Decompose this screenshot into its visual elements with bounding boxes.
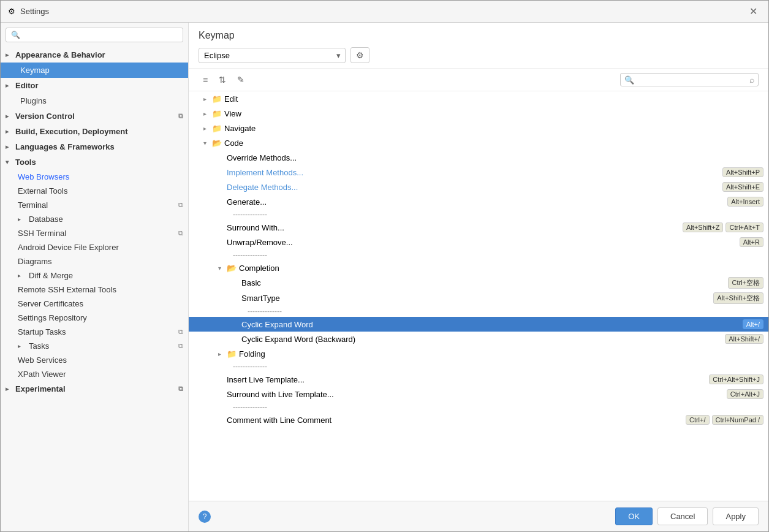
chevron-down-icon: ▾ xyxy=(203,140,212,146)
ok-button[interactable]: OK xyxy=(615,507,653,525)
sidebar-item-server-certs[interactable]: Server Certificates xyxy=(1,297,188,311)
sidebar-item-remote-ssh[interactable]: Remote SSH External Tools xyxy=(1,283,188,297)
keymap-tree: ▸ 📁 Edit ▸ 📁 View ▸ 📁 Navigate xyxy=(189,91,768,501)
tree-row-navigate[interactable]: ▸ 📁 Navigate xyxy=(189,121,768,135)
scheme-select[interactable]: Eclipse Default Mac OS X Emacs xyxy=(199,48,346,63)
copy-icon: ⧉ xyxy=(178,342,183,350)
tree-separator: -------------- xyxy=(189,306,768,317)
apply-button[interactable]: Apply xyxy=(713,507,759,525)
tree-item-label: Completion xyxy=(239,264,763,273)
help-label: ? xyxy=(203,512,207,521)
sidebar-item-android[interactable]: Android Device File Explorer xyxy=(1,240,188,254)
tree-row-unwrap[interactable]: Unwrap/Remove... Alt+R xyxy=(189,235,768,249)
tree-row-override-methods[interactable]: Override Methods... xyxy=(189,150,768,165)
tree-row-view[interactable]: ▸ 📁 View xyxy=(189,106,768,121)
tree-search-box[interactable]: 🔍 ⌕ xyxy=(620,73,759,86)
sidebar-item-experimental[interactable]: ▸ Experimental ⧉ xyxy=(1,381,188,397)
tree-item-label: Delegate Methods... xyxy=(227,183,722,192)
tree-row-insert-live-template[interactable]: Insert Live Template... Ctrl+Alt+Shift+J xyxy=(189,372,768,387)
sidebar-item-languages[interactable]: ▸ Languages & Frameworks xyxy=(1,139,188,154)
sidebar-item-label: Plugins xyxy=(20,96,47,105)
tree-row-cyclic-expand-backward[interactable]: Cyclic Expand Word (Backward) Alt+Shift+… xyxy=(189,332,768,346)
chevron-right-icon: ▸ xyxy=(6,386,13,392)
search-icon: 🔍 xyxy=(11,31,20,39)
tree-row-basic[interactable]: Basic Ctrl+空格 xyxy=(189,275,768,291)
tree-row-folding[interactable]: ▸ 📁 Folding xyxy=(189,346,768,361)
sidebar-item-label: Diagrams xyxy=(18,257,52,266)
chevron-down-icon: ▸ xyxy=(6,51,13,58)
shortcuts: Alt+R xyxy=(740,237,763,247)
sidebar-item-version-control[interactable]: ▸ Version Control ⧉ xyxy=(1,108,188,124)
keymap-controls: Eclipse Default Mac OS X Emacs ⚙ xyxy=(199,47,759,63)
shortcut-badge: Alt+Shift+空格 xyxy=(713,292,763,304)
sidebar-item-external-tools[interactable]: External Tools xyxy=(1,184,188,198)
close-button[interactable]: ✕ xyxy=(746,4,761,18)
sidebar-item-diff-merge[interactable]: ▸ Diff & Merge xyxy=(1,268,188,283)
titlebar: ⚙ Settings ✕ xyxy=(1,1,768,23)
folder-icon: 📂 xyxy=(227,264,237,273)
shortcut-badge: Alt+/ xyxy=(743,319,763,329)
shortcuts: Ctrl+空格 xyxy=(728,277,763,289)
sidebar-item-label: SSH Terminal xyxy=(18,229,66,238)
right-panel: Keymap Eclipse Default Mac OS X Emacs ⚙ xyxy=(189,23,768,531)
chevron-right-icon: ▸ xyxy=(203,125,212,132)
sidebar-item-keymap[interactable]: Keymap xyxy=(1,63,188,78)
tree-separator: -------------- xyxy=(189,209,768,220)
sidebar-item-plugins[interactable]: Plugins xyxy=(1,93,188,108)
edit-shortcuts-button[interactable]: ✎ xyxy=(233,72,249,87)
collapse-all-button[interactable]: ≡ xyxy=(199,72,212,87)
help-button[interactable]: ? xyxy=(199,511,211,523)
scheme-select-wrapper[interactable]: Eclipse Default Mac OS X Emacs xyxy=(199,48,346,63)
tree-row-delegate-methods[interactable]: Delegate Methods... Alt+Shift+E xyxy=(189,180,768,194)
tree-row-code[interactable]: ▾ 📂 Code xyxy=(189,135,768,150)
copy-icon: ⧉ xyxy=(178,201,183,209)
tree-row-implement-methods[interactable]: Implement Methods... Alt+Shift+P xyxy=(189,165,768,180)
find-usages-icon: ⌕ xyxy=(749,75,754,85)
chevron-right-icon: ▸ xyxy=(218,351,227,357)
sidebar-item-diagrams[interactable]: Diagrams xyxy=(1,254,188,268)
tree-row-smarttype[interactable]: SmartType Alt+Shift+空格 xyxy=(189,291,768,306)
chevron-right-icon: ▸ xyxy=(18,272,25,279)
tree-row-surround-live-template[interactable]: Surround with Live Template... Ctrl+Alt+… xyxy=(189,387,768,401)
sidebar-item-tasks[interactable]: ▸ Tasks ⧉ xyxy=(1,339,188,353)
sidebar-item-web-browsers[interactable]: Web Browsers xyxy=(1,170,188,184)
sidebar-item-label: Server Certificates xyxy=(18,299,83,308)
sidebar-item-label: Editor xyxy=(15,81,39,90)
copy-icon: ⧉ xyxy=(178,328,183,336)
tree-row-cyclic-expand[interactable]: Cyclic Expand Word Alt+/ xyxy=(189,317,768,332)
sidebar-item-editor[interactable]: ▸ Editor xyxy=(1,78,188,93)
sidebar-item-appearance[interactable]: ▸ Appearance & Behavior xyxy=(1,47,188,63)
sidebar-item-label: Terminal xyxy=(18,200,48,210)
tree-item-label: Insert Live Template... xyxy=(227,375,709,384)
sidebar-item-terminal[interactable]: Terminal ⧉ xyxy=(1,198,188,212)
sidebar-item-settings-repo[interactable]: Settings Repository xyxy=(1,311,188,325)
cancel-button[interactable]: Cancel xyxy=(657,507,708,525)
sidebar-search-box[interactable]: 🔍 xyxy=(6,28,183,42)
sidebar-item-label: Keymap xyxy=(20,66,50,75)
sidebar-item-label: External Tools xyxy=(18,186,67,196)
expand-all-button[interactable]: ⇅ xyxy=(214,72,230,87)
sidebar-item-build[interactable]: ▸ Build, Execution, Deployment xyxy=(1,124,188,139)
tree-row-generate[interactable]: Generate... Alt+Insert xyxy=(189,194,768,209)
tree-row-surround-with[interactable]: Surround With... Alt+Shift+Z Ctrl+Alt+T xyxy=(189,220,768,235)
sidebar-item-startup-tasks[interactable]: Startup Tasks ⧉ xyxy=(1,325,188,339)
sidebar-item-database[interactable]: ▸ Database xyxy=(1,212,188,226)
sidebar-item-tools[interactable]: ▾ Tools xyxy=(1,154,188,170)
settings-window: ⚙ Settings ✕ 🔍 ▸ Appearance & Behavior K… xyxy=(0,0,769,532)
sidebar-item-xpath-viewer[interactable]: XPath Viewer xyxy=(1,367,188,381)
tree-item-label: Generate... xyxy=(227,197,727,207)
tree-item-label: Code xyxy=(224,139,763,148)
sidebar-item-label: Appearance & Behavior xyxy=(15,50,105,59)
tree-search-input[interactable] xyxy=(637,75,747,84)
shortcut-badge: Alt+Shift+P xyxy=(722,167,763,177)
tree-row-comment-line[interactable]: Comment with Line Comment Ctrl+/ Ctrl+Nu… xyxy=(189,412,768,427)
sidebar-item-label: Tasks xyxy=(29,341,49,351)
tree-row-edit[interactable]: ▸ 📁 Edit xyxy=(189,91,768,106)
shortcuts: Alt+Shift+Z Ctrl+Alt+T xyxy=(683,222,763,232)
tree-row-completion[interactable]: ▾ 📂 Completion xyxy=(189,260,768,275)
sidebar-item-ssh-terminal[interactable]: SSH Terminal ⧉ xyxy=(1,226,188,240)
gear-button[interactable]: ⚙ xyxy=(350,47,369,63)
sidebar-search-input[interactable] xyxy=(23,31,178,39)
sidebar-item-web-services[interactable]: Web Services xyxy=(1,353,188,367)
chevron-right-icon: ▸ xyxy=(203,96,212,102)
